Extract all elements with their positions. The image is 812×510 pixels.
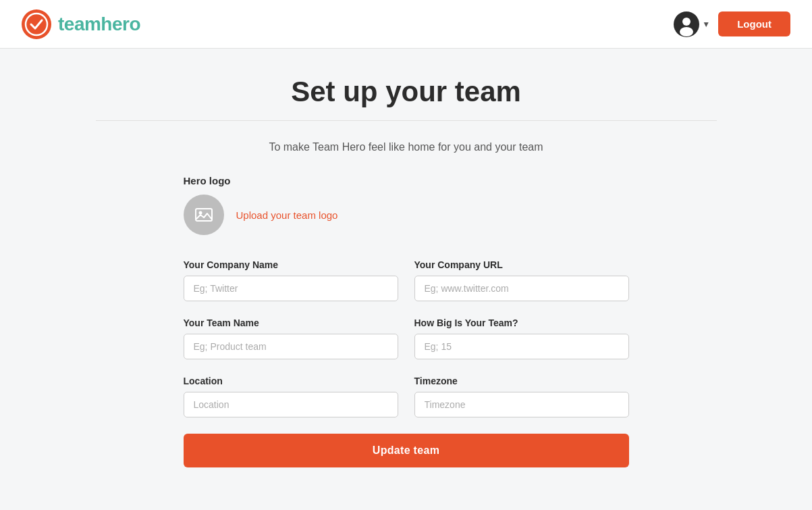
svg-point-4 — [680, 27, 693, 36]
location-group: Location — [184, 376, 398, 417]
chevron-down-icon: ▼ — [702, 20, 710, 29]
upload-logo-link[interactable]: Upload your team logo — [236, 209, 338, 221]
hero-logo-label: Hero logo — [184, 175, 629, 186]
timezone-label: Timezone — [414, 376, 629, 386]
company-name-input[interactable] — [184, 276, 398, 301]
user-menu[interactable]: ▼ — [674, 11, 710, 37]
update-team-button[interactable]: Update team — [184, 434, 629, 467]
team-row: Your Team Name How Big Is Your Team? — [184, 317, 629, 359]
company-url-label: Your Company URL — [414, 259, 629, 270]
subtitle: To make Team Hero feel like home for you… — [96, 141, 717, 153]
update-btn-row: Update team — [184, 434, 629, 467]
svg-point-3 — [682, 18, 691, 26]
divider — [96, 120, 717, 121]
timezone-group: Timezone — [414, 376, 629, 417]
logo-area: teamhero — [22, 9, 140, 39]
timezone-input[interactable] — [414, 392, 629, 417]
location-input[interactable] — [184, 392, 398, 417]
team-name-label: Your Team Name — [184, 317, 398, 328]
team-size-input[interactable] — [414, 334, 629, 359]
logo-placeholder — [184, 195, 224, 235]
team-name-group: Your Team Name — [184, 317, 398, 359]
company-row: Your Company Name Your Company URL — [184, 259, 629, 301]
company-name-label: Your Company Name — [184, 259, 398, 270]
logout-button[interactable]: Logout — [718, 11, 790, 36]
hero-logo-section: Hero logo Upload your team logo — [184, 175, 629, 235]
location-label: Location — [184, 376, 398, 386]
svg-rect-5 — [196, 209, 212, 221]
teamhero-logo-icon — [22, 9, 51, 39]
header: teamhero ▼ Logout — [0, 0, 812, 49]
team-size-group: How Big Is Your Team? — [414, 317, 629, 359]
main-content: Set up your team To make Team Hero feel … — [82, 49, 730, 508]
page-title: Set up your team — [96, 76, 717, 108]
user-avatar-icon — [674, 11, 699, 37]
logo-text: teamhero — [58, 14, 140, 35]
company-url-group: Your Company URL — [414, 259, 629, 301]
logo-upload-row: Upload your team logo — [184, 195, 629, 235]
company-url-input[interactable] — [414, 276, 629, 301]
svg-point-6 — [198, 211, 202, 215]
header-right: ▼ Logout — [674, 11, 790, 37]
image-icon — [194, 205, 213, 224]
team-size-label: How Big Is Your Team? — [414, 317, 629, 328]
form-container: Hero logo Upload your team logo Your Com… — [184, 175, 629, 467]
team-name-input[interactable] — [184, 334, 398, 359]
company-name-group: Your Company Name — [184, 259, 398, 301]
location-row: Location Timezone — [184, 376, 629, 417]
